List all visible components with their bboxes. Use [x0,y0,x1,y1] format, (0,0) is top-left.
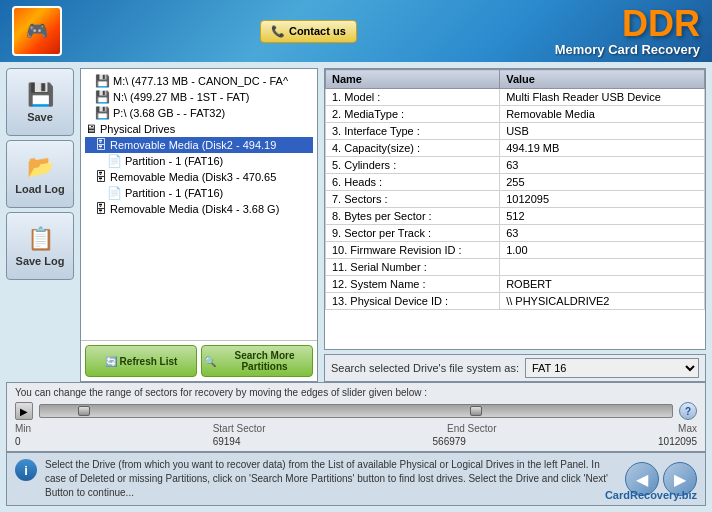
row-value: \\ PHYSICALDRIVE2 [500,293,705,310]
tree-item-icon: 🗄 [95,170,107,184]
slider-handle-left[interactable] [78,406,90,416]
table-row: 4. Capacity(size) :494.19 MB [326,140,705,157]
col-name: Name [326,70,500,89]
row-name: 4. Capacity(size) : [326,140,500,157]
load-log-label: Load Log [15,183,65,195]
table-row: 5. Cylinders :63 [326,157,705,174]
info-text: Select the Drive (from which you want to… [45,458,617,500]
info-table: Name Value 1. Model :Multi Flash Reader … [325,69,705,310]
contact-icon: 📞 [271,25,285,38]
tree-item-icon: 💾 [95,106,110,120]
slider-values-row: Min Start Sector End Sector Max [15,423,697,434]
table-row: 10. Firmware Revision ID :1.00 [326,242,705,259]
load-log-button[interactable]: 📂 Load Log [6,140,74,208]
end-value: 566979 [433,436,466,447]
slider-track[interactable] [39,404,673,418]
main-area: 💾 Save 📂 Load Log 📋 Save Log 💾M:\ (477.1… [0,62,712,512]
left-sidebar: 💾 Save 📂 Load Log 📋 Save Log [6,68,74,382]
col-value: Value [500,70,705,89]
tree-item[interactable]: 💾P:\ (3.68 GB - - FAT32) [85,105,313,121]
tree-item[interactable]: 🖥Physical Drives [85,121,313,137]
tree-item[interactable]: 💾M:\ (477.13 MB - CANON_DC - FA^ [85,73,313,89]
row-value: 1.00 [500,242,705,259]
tree-item-label: Removable Media (Disk4 - 3.68 G) [110,203,279,215]
tree-item-icon: 🗄 [95,138,107,152]
load-log-icon: 📂 [27,154,54,180]
tree-item-label: Partition - 1 (FAT16) [125,187,223,199]
filesystem-row: Search selected Drive's file system as: … [324,354,706,382]
tree-item[interactable]: 📄Partition - 1 (FAT16) [85,153,313,169]
row-value: 512 [500,208,705,225]
row-name: 12. System Name : [326,276,500,293]
min-value: 0 [15,436,21,447]
tree-item[interactable]: 🗄Removable Media (Disk2 - 494.19 [85,137,313,153]
tree-item[interactable]: 🗄Removable Media (Disk3 - 470.65 [85,169,313,185]
slider-play-button[interactable]: ▶ [15,402,33,420]
tree-item[interactable]: 💾N:\ (499.27 MB - 1ST - FAT) [85,89,313,105]
filesystem-label: Search selected Drive's file system as: [331,362,519,374]
table-row: 11. Serial Number : [326,259,705,276]
table-row: 3. Interface Type :USB [326,123,705,140]
row-name: 2. MediaType : [326,106,500,123]
row-value: 63 [500,225,705,242]
slider-numbers-row: 0 69194 566979 1012095 [15,436,697,447]
tree-item-icon: 🖥 [85,122,97,136]
slider-handle-right[interactable] [470,406,482,416]
tree-item-label: Removable Media (Disk3 - 470.65 [110,171,276,183]
contact-button[interactable]: 📞 Contact us [260,20,357,43]
row-value: USB [500,123,705,140]
start-sector-label: Start Sector [213,423,266,434]
tree-item-label: Partition - 1 (FAT16) [125,155,223,167]
tree-item-icon: 💾 [95,74,110,88]
row-value: 255 [500,174,705,191]
row-value: 494.19 MB [500,140,705,157]
save-log-button[interactable]: 📋 Save Log [6,212,74,280]
save-log-label: Save Log [16,255,65,267]
row-name: 6. Heads : [326,174,500,191]
refresh-list-button[interactable]: 🔄 Refresh List [85,345,197,377]
tree-item-label: Physical Drives [100,123,175,135]
row-name: 1. Model : [326,89,500,106]
slider-help-button[interactable]: ? [679,402,697,420]
filesystem-select[interactable]: FAT 16 FAT 32 exFAT NTFS [525,358,699,378]
row-name: 7. Sectors : [326,191,500,208]
row-name: 5. Cylinders : [326,157,500,174]
row-name: 3. Interface Type : [326,123,500,140]
table-row: 7. Sectors :1012095 [326,191,705,208]
row-name: 11. Serial Number : [326,259,500,276]
content-row: 💾 Save 📂 Load Log 📋 Save Log 💾M:\ (477.1… [6,68,706,382]
tree-item-icon: 💾 [95,90,110,104]
max-value: 1012095 [658,436,697,447]
drive-tree: 💾M:\ (477.13 MB - CANON_DC - FA^💾N:\ (49… [81,69,317,340]
tree-item[interactable]: 🗄Removable Media (Disk4 - 3.68 G) [85,201,313,217]
tree-item-label: Removable Media (Disk2 - 494.19 [110,139,276,151]
save-icon: 💾 [27,82,54,108]
row-value: 63 [500,157,705,174]
table-row: 8. Bytes per Sector :512 [326,208,705,225]
slider-title: You can change the range of sectors for … [15,387,697,398]
table-row: 1. Model :Multi Flash Reader USB Device [326,89,705,106]
row-name: 8. Bytes per Sector : [326,208,500,225]
table-row: 2. MediaType :Removable Media [326,106,705,123]
drive-tree-panel: 💾M:\ (477.13 MB - CANON_DC - FA^💾N:\ (49… [80,68,318,382]
refresh-icon: 🔄 [105,356,117,367]
slider-track-row: ▶ ? [15,402,697,420]
search-partitions-button[interactable]: 🔍 Search More Partitions [201,345,313,377]
tree-item[interactable]: 📄Partition - 1 (FAT16) [85,185,313,201]
save-button[interactable]: 💾 Save [6,68,74,136]
row-value: ROBERT [500,276,705,293]
info-icon: i [15,459,37,481]
table-row: 9. Sector per Track :63 [326,225,705,242]
bottom-info-bar: i Select the Drive (from which you want … [6,452,706,506]
header-branding: DDR Memory Card Recovery [555,6,700,57]
tree-item-label: P:\ (3.68 GB - - FAT32) [113,107,225,119]
app-logo: 🎮 [12,6,62,56]
tree-item-icon: 🗄 [95,202,107,216]
search-icon: 🔍 [204,356,216,367]
action-buttons-row: 🔄 Refresh List 🔍 Search More Partitions [81,340,317,381]
watermark: CardRecovery.biz [605,489,697,501]
tree-item-icon: 📄 [107,186,122,200]
row-name: 10. Firmware Revision ID : [326,242,500,259]
header: 🎮 📞 Contact us DDR Memory Card Recovery [0,0,712,62]
min-label: Min [15,423,31,434]
